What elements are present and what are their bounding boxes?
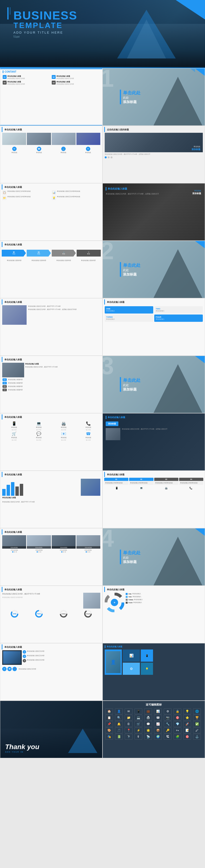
ei-10: 🌐 <box>193 708 201 714</box>
hex-item-3: 03 单击此处输入标题内容 <box>2 385 100 388</box>
icons-grid-content: 📱 单击此处 输入内容 💻 单击此处 输入内容 🖨️ 单击此处 输入内容 📞 单… <box>0 420 102 442</box>
slide-text-icons-title: 单击此处输入标题 <box>2 184 101 189</box>
quadrant-one: ONE 单击此处输入 <box>105 306 153 313</box>
circle-2: TWO <box>35 610 43 619</box>
slide-strip-title: 单击此处输入标题 <box>2 529 101 534</box>
col-2: 02 单击此处输入内容单击此处 <box>129 478 153 485</box>
gear-content: ⚙ ONE 单击此处输入 TWO 单击此处输入 <box>103 593 205 612</box>
ei-37: 🔑 <box>164 727 172 733</box>
circle-1: ONE <box>10 610 19 619</box>
gear-items: ONE 单击此处输入 TWO 单击此处输入 THREE 单击此处输入 <box>126 593 203 604</box>
dot-2: ☎ <box>7 667 12 671</box>
icon-item-3: ⚓ 单击此处 <box>60 147 67 154</box>
ei-31: 🎨 <box>105 727 113 733</box>
ei-17: 📷 <box>164 715 172 721</box>
slide-process-title: 单击此处输入标题 <box>2 242 101 247</box>
slide-city-photo: 单击此处 添加标题 <box>105 133 203 152</box>
metro-tile-4: 💡 <box>141 663 153 675</box>
ei-15: 🖨️ <box>144 715 152 721</box>
icon-item-4: ✈ 单击此处 <box>85 147 91 154</box>
slide-input-title: 点击此处输入您的标题 单击此处 添加标题 单击此处输入您的正文内容，建议字号不小… <box>103 126 205 183</box>
ei-13: 📁 <box>125 715 132 721</box>
ig-item-8: ☎ 单击此处 输入内容 <box>77 431 101 441</box>
svg-text:ONE: ONE <box>13 613 17 615</box>
slide-chapter-4: 4 单击此处 此处 添加标题 <box>103 528 205 586</box>
laptop-item-3: ③ 单击此处输入您的正文内容 <box>23 659 100 662</box>
ei-9: 💡 <box>183 708 191 714</box>
metro-tile-2: 📱 <box>141 649 153 662</box>
gear-text: ONE 单击此处输入 TWO 单击此处输入 THREE 单击此处输入 <box>126 593 203 612</box>
slide-photo-title: 单击此处输入标题 <box>2 127 101 132</box>
city-dark-title: 单击此处输入标题 <box>106 187 202 190</box>
circle-svg-3: THREE <box>59 610 68 618</box>
strip-photo-1: 活动分析报告 <box>2 535 26 549</box>
icon-item-1: ✉ 单击此处 <box>11 147 17 154</box>
chapter-1-content: 单击此处 此处 添加标题 <box>120 90 140 104</box>
photo-strip: 活动分析报告 活动分析报告 活动分析报告 活动分析报告 <box>0 535 102 549</box>
ei-8: 🔒 <box>174 708 181 714</box>
chapter-1-subtitle: 添加标题 <box>123 100 140 104</box>
ei-27: 🔧 <box>164 721 172 727</box>
slide-chapter-2: 2 单击此处 此处 添加标题 <box>103 241 205 298</box>
slide-row-2: 单击此处输入标题 ✉ 单击此处 ☎ 单击此处 ⚓ 单击此处 ✈ 单击此处 <box>0 126 205 183</box>
bar-2 <box>7 485 10 496</box>
circle-charts: ONE TWO THREE <box>0 609 102 620</box>
meeting-content: 单击此处输入标题 单击此处输入您的正文内容，建议字号不小于18磅 <box>0 363 102 378</box>
cover-subtitle: ADD YOUR TITLE HERE <box>14 31 77 34</box>
slide-thankyou: Thank you ADD YouR IM <box>0 701 103 758</box>
strip-photo-3: 活动分析报告 <box>52 535 76 549</box>
ei-29: 🚀 <box>183 721 191 727</box>
slide-chess-title: 单击此处输入标题 <box>2 300 101 305</box>
ei-49: 🎯 <box>183 734 191 740</box>
add-title-btn[interactable]: 添加标题 <box>106 422 118 426</box>
ei-2: 👤 <box>115 708 123 714</box>
icons-content: 送可编辑图标 🏠 👤 ✉ 📱 💼 📊 ⚙ 🔒 💡 🌐 📋 🔍 📁 💻 � <box>103 701 205 742</box>
bottom-icons: 📱 💻 🖨️ 📞 <box>103 486 205 490</box>
slide-icons-grid: 单击此处输入标题 📱 单击此处 输入内容 💻 单击此处 输入内容 🖨️ 单击此处… <box>0 413 103 471</box>
icon-item-2: ☎ 单击此处 <box>36 147 42 154</box>
slide-row-11: 单击此处输入标题 ① 单击此处输入您的正文内容 ② 单击此处输入您的正文内容 ③… <box>0 643 205 701</box>
ig-item-6: 💬 单击此处 输入内容 <box>27 431 51 441</box>
circle-svg-4: FOUR <box>84 610 92 618</box>
slide-bar-chart: 单击此处输入标题 单击此处输入标题 单击此处输入您的正文内容，建议字号不小于18… <box>0 471 103 528</box>
ig-item-2: 💻 单击此处 输入内容 <box>27 421 51 431</box>
ei-39: 📝 <box>183 727 191 733</box>
gear-four: FOUR 单击此处输入 <box>126 601 203 604</box>
quadrant-grid: ONE 单击此处输入 TWO 单击此处输入 THREE 单击此处输入 FOUR … <box>103 305 205 323</box>
dot-1: ✉ <box>2 667 7 671</box>
ei-6: 📊 <box>154 708 162 714</box>
chapter-2-bg: 2 <box>103 241 114 263</box>
strip-dots <box>0 551 102 553</box>
svg-text:FOUR: FOUR <box>86 613 90 615</box>
person-content: 单击此处输入您的正文内容，建议字号不小于18磅 单击此处输入您的正文内容内容 <box>0 593 102 609</box>
ei-7: ⚙ <box>164 708 172 714</box>
svg-text:⚙: ⚙ <box>114 602 115 603</box>
slide-row-4: 单击此处输入标题 ☎单击 📧单击 ⚓单击 ✈单击 单击此处输入您的内容 单击此处… <box>0 241 205 298</box>
dark-photo <box>106 428 120 440</box>
slide-meeting: 单击此处输入标题 单击此处输入标题 单击此处输入您的正文内容，建议字号不小于18… <box>0 356 103 413</box>
metro-tile-3: ⚙ <box>123 663 140 675</box>
ei-28: 💎 <box>174 721 181 727</box>
chapter-4-bg: 4 <box>103 528 114 550</box>
chapter-2-click: 单击此处 <box>123 262 140 268</box>
ei-26: 📈 <box>154 721 162 727</box>
slide-dark-add: 单击此处输入标题 添加标题 单击此处输入您的正文内容，建议字号不小于18磅，这里… <box>103 413 205 471</box>
slide-contant-title: CONTANT <box>0 68 102 74</box>
cover-title-line2: TEMPLATE <box>14 22 77 29</box>
quadrant-three: THREE 单击此处输入 <box>105 314 153 322</box>
photo-4 <box>76 133 100 145</box>
bar-4 <box>16 487 19 496</box>
slide-laptop-title: 单击此处输入标题 <box>2 644 101 649</box>
person-text-left: 单击此处输入您的正文内容，建议字号不小于18磅 单击此处输入您的正文内容内容 <box>2 593 82 609</box>
col-4: 04 单击此处输入内容单击此处 <box>179 478 203 485</box>
city-dark-content: 单击此处输入标题 单击此处输入您的正文内容，建议字号不小于18磅，这里输入您的文… <box>103 183 205 199</box>
process-arrows: ☎单击 📧单击 ⚓单击 ✈单击 <box>0 248 102 258</box>
slide-chapter-1: 1 单击此处 此处 添加标题 <box>103 68 205 126</box>
bar-1 <box>2 489 6 496</box>
slide-icons-title: 单击此处输入标题 <box>2 414 101 420</box>
laptop-photo <box>2 650 22 665</box>
svg-text:TWO: TWO <box>37 613 41 615</box>
ei-35: 🌟 <box>144 727 152 733</box>
slide-gear-otf: 单击此处输入标题 ⚙ ONE 单击此处输入 <box>103 586 205 643</box>
slide-chapter-3: 3 单击此处 此处 添加标题 <box>103 356 205 413</box>
